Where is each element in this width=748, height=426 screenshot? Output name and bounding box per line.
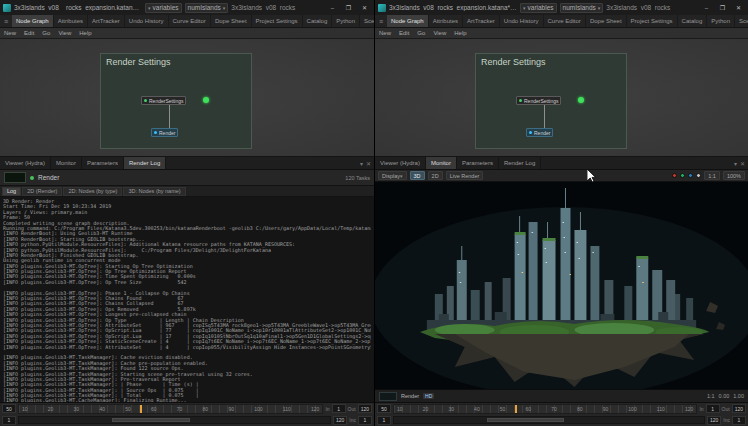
- pane-tab[interactable]: Dope Sheet: [211, 15, 252, 27]
- menu-item[interactable]: Help: [75, 30, 95, 36]
- backdrop-node[interactable]: Render Settings RenderSettings Render: [100, 53, 252, 149]
- log-filter-tab[interactable]: 2D (Render): [22, 187, 62, 196]
- log-filter-tab[interactable]: 3D: Nodes (by name): [123, 187, 185, 196]
- monitor-viewport[interactable]: [375, 182, 748, 389]
- menu-item[interactable]: New: [375, 30, 395, 36]
- timeline-scrollbar[interactable]: [393, 416, 705, 424]
- bottom-tab[interactable]: Monitor: [426, 157, 457, 169]
- channel-red-button[interactable]: [672, 173, 677, 178]
- range-end-field[interactable]: 120: [707, 416, 721, 425]
- channel-blue-button[interactable]: [688, 173, 693, 178]
- render-node[interactable]: Render: [526, 128, 553, 137]
- node-graph-canvas[interactable]: Render Settings RenderSettings Render: [375, 39, 748, 157]
- backdrop-node[interactable]: Render Settings RenderSettings Render: [475, 53, 627, 149]
- out-frame-field[interactable]: 120: [358, 404, 372, 413]
- view-3d-button[interactable]: 3D: [410, 171, 425, 180]
- bottom-tab[interactable]: Parameters: [457, 157, 499, 169]
- view-flag-icon[interactable]: [203, 97, 209, 103]
- close-button[interactable]: ✕: [732, 2, 745, 13]
- pane-tab[interactable]: Scene Graph: [735, 15, 748, 27]
- pane-tab[interactable]: Dope Sheet: [586, 15, 627, 27]
- footer-zoom-readout[interactable]: 1:1: [707, 393, 715, 399]
- out-frame-field[interactable]: 120: [732, 404, 746, 413]
- titlebar[interactable]: 3x3islands_v08__rocks_expansion.katana* …: [0, 0, 374, 15]
- pane-tab[interactable]: Curve Editor: [169, 15, 211, 27]
- log-filter-tab[interactable]: Log: [2, 187, 21, 196]
- bottom-tab[interactable]: Parameters: [82, 157, 124, 169]
- pane-tab[interactable]: Catalog: [303, 15, 333, 27]
- pane-menu-icon[interactable]: ≡: [375, 15, 387, 27]
- pin-icon[interactable]: ▾: [734, 160, 737, 167]
- variable-value-dropdown[interactable]: numIslands ▾: [560, 3, 604, 13]
- node-graph-canvas[interactable]: Render Settings RenderSettings Render: [0, 39, 374, 157]
- maximize-button[interactable]: ❐: [342, 2, 355, 13]
- channel-green-button[interactable]: [680, 173, 685, 178]
- catalog-thumbnail[interactable]: [379, 392, 397, 401]
- pane-tab[interactable]: Project Settings: [252, 15, 303, 27]
- current-frame-field[interactable]: 50: [377, 404, 391, 413]
- playhead[interactable]: [515, 405, 517, 413]
- pane-tab[interactable]: Curve Editor: [544, 15, 586, 27]
- exposure-readout[interactable]: 0.00: [719, 393, 730, 399]
- zoom-percent-readout[interactable]: 100%: [723, 171, 745, 180]
- pane-tab[interactable]: Python: [707, 15, 735, 27]
- render-thumbnail[interactable]: [4, 172, 26, 183]
- menu-item[interactable]: Go: [38, 30, 54, 36]
- close-pane-icon[interactable]: ✕: [740, 160, 745, 167]
- render-settings-node[interactable]: RenderSettings: [516, 96, 561, 105]
- timeline-scroll-thumb[interactable]: [487, 418, 564, 422]
- menu-item[interactable]: New: [0, 30, 20, 36]
- render-node[interactable]: Render: [151, 128, 178, 137]
- pane-tab[interactable]: Undo History: [125, 15, 169, 27]
- variables-dropdown[interactable]: ▾ variables: [520, 3, 557, 13]
- bottom-tab[interactable]: Render Log: [499, 157, 541, 169]
- range-start-field[interactable]: 1: [2, 416, 16, 425]
- variable-value-dropdown[interactable]: numIslands ▾: [185, 3, 229, 13]
- pane-tab[interactable]: ArtTracker: [88, 15, 125, 27]
- pane-menu-icon[interactable]: ≡: [0, 15, 12, 27]
- gamma-readout[interactable]: 1.00: [733, 393, 744, 399]
- channel-alpha-button[interactable]: [696, 173, 701, 178]
- pane-tab[interactable]: Attributes: [429, 15, 463, 27]
- bottom-tab[interactable]: Viewer (Hydra): [375, 157, 426, 169]
- inc-field[interactable]: 1: [732, 416, 746, 425]
- pane-tab[interactable]: Catalog: [678, 15, 708, 27]
- pane-tab[interactable]: Project Settings: [627, 15, 678, 27]
- maximize-button[interactable]: ❐: [716, 2, 729, 13]
- current-frame-field[interactable]: 50: [2, 404, 16, 413]
- menu-item[interactable]: Edit: [20, 30, 38, 36]
- pane-tab[interactable]: Node Graph: [12, 15, 54, 27]
- minimize-button[interactable]: –: [326, 2, 339, 13]
- in-frame-field[interactable]: 1: [332, 404, 346, 413]
- bottom-tab[interactable]: Render Log: [124, 157, 166, 169]
- close-button[interactable]: ✕: [358, 2, 371, 13]
- menu-item[interactable]: View: [429, 30, 450, 36]
- timeline-scroll-thumb[interactable]: [112, 418, 190, 422]
- menu-item[interactable]: Help: [450, 30, 470, 36]
- inc-field[interactable]: 1: [358, 416, 372, 425]
- menu-item[interactable]: View: [54, 30, 75, 36]
- range-end-field[interactable]: 120: [333, 416, 347, 425]
- live-render-button[interactable]: Live Render: [446, 171, 484, 180]
- pane-options-icons[interactable]: ▾✕: [357, 157, 374, 169]
- log-filter-tab[interactable]: 2D: Nodes (by type): [63, 187, 122, 196]
- pin-icon[interactable]: ▾: [360, 160, 363, 167]
- pane-tab[interactable]: Node Graph: [387, 15, 429, 27]
- menu-item[interactable]: Edit: [395, 30, 413, 36]
- pane-tab[interactable]: Scene Graph: [360, 15, 374, 27]
- bottom-tab[interactable]: Viewer (Hydra): [0, 157, 51, 169]
- pane-options-icons[interactable]: ▾✕: [731, 157, 748, 169]
- pane-tab[interactable]: Undo History: [500, 15, 544, 27]
- display-dropdown[interactable]: Display ▾: [378, 171, 407, 180]
- titlebar[interactable]: 3x3islands_v08_rocks_expansion.katana* -…: [375, 0, 748, 15]
- playhead[interactable]: [140, 405, 142, 413]
- view-flag-icon[interactable]: [578, 97, 584, 103]
- zoom-level-button[interactable]: 1:1: [704, 171, 720, 180]
- timeline-ruler[interactable]: 102030405060708090100110120: [18, 404, 323, 414]
- in-frame-field[interactable]: 1: [706, 404, 720, 413]
- pane-tab[interactable]: Attributes: [54, 15, 88, 27]
- timeline-ruler[interactable]: 102030405060708090100110120: [393, 404, 697, 414]
- pane-tab[interactable]: Python: [332, 15, 360, 27]
- timeline-scrollbar[interactable]: [18, 416, 331, 424]
- variables-dropdown[interactable]: ▾ variables: [145, 3, 182, 13]
